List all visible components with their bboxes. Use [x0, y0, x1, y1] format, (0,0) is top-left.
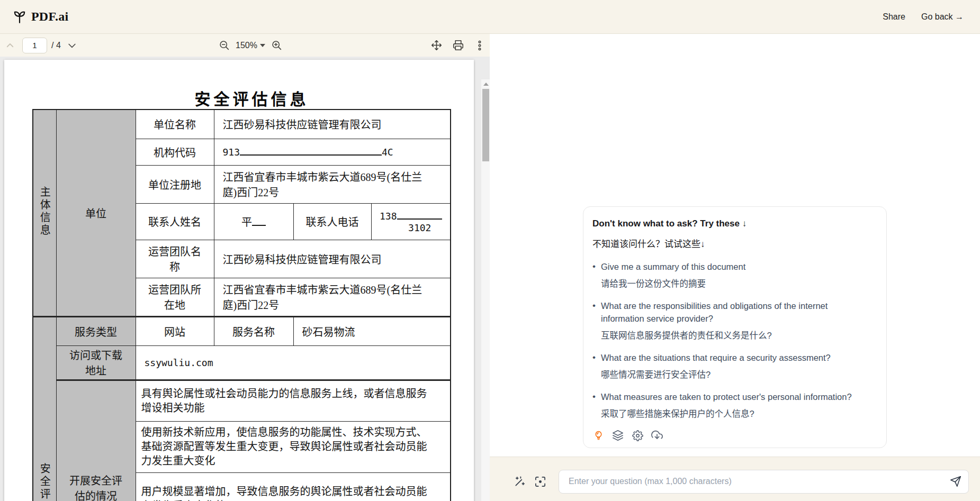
- logo-text: PDF.ai: [31, 10, 68, 24]
- service-name-value: 砂石易物流: [293, 316, 451, 345]
- unit-name-value: 江西砂易科技供应链管理有限公司: [214, 110, 451, 139]
- row-label: 运营团队所在地: [136, 278, 214, 316]
- scrollbar-up-arrow[interactable]: [483, 83, 489, 86]
- more-options-button[interactable]: [473, 39, 487, 52]
- row-label: 联系人姓名: [136, 203, 214, 240]
- registered-address-value: 江西省宜春市丰城市紫云大道689号(名仕兰庭)西门22号: [214, 165, 451, 203]
- bullet-icon: •: [592, 299, 601, 342]
- suggestions-list: • Give me a summary of this document请给我一…: [592, 260, 870, 430]
- document-table: 主体信息 单位 单位名称 江西砂易科技供应链管理有限公司 机构代码 9134C …: [32, 109, 451, 501]
- send-button[interactable]: [950, 476, 961, 487]
- assessment-situation-3: 用户规模显著增加，导致信息服务的舆论属性或者社会动员能力发生重大变化的: [136, 472, 451, 501]
- magic-wand-icon[interactable]: [513, 475, 526, 488]
- org-code-value: 9134C: [214, 139, 451, 165]
- access-address-value: ssywuliu.com: [136, 345, 451, 380]
- previous-page-button[interactable]: [3, 39, 17, 52]
- service-name-label: 服务名称: [214, 316, 293, 345]
- suggestion-item[interactable]: • Give me a summary of this document请给我一…: [592, 260, 870, 290]
- zoom-level-dropdown[interactable]: 150%: [236, 41, 265, 50]
- pdf-canvas: 安全评估信息 主体信息 单位 单位名称 江西砂易科技供应链管理有限公司 机构代码…: [0, 57, 490, 501]
- zoom-in-button[interactable]: [270, 39, 284, 52]
- chat-panel: Don't know what to ask? Try these ↓ 不知道该…: [490, 34, 980, 501]
- page-number-input[interactable]: [22, 38, 47, 53]
- share-button[interactable]: Share: [883, 12, 905, 22]
- row-label: 运营团队名称: [136, 240, 214, 278]
- lightbulb-icon[interactable]: [592, 430, 604, 441]
- row-label: 单位名称: [136, 110, 214, 139]
- document-title: 安全评估信息: [32, 86, 450, 110]
- suggestions-card: Don't know what to ask? Try these ↓ 不知道该…: [583, 206, 887, 448]
- row-label: 联系人电话: [293, 203, 371, 240]
- download-cloud-icon[interactable]: [651, 430, 663, 441]
- question-input[interactable]: [559, 470, 969, 494]
- suggestion-item[interactable]: • What are the responsibilities and obli…: [592, 299, 870, 342]
- row-label: 机构代码: [136, 139, 214, 165]
- contact-name-value: 平: [214, 203, 293, 240]
- row-label: 单位注册地: [136, 165, 214, 203]
- suggestions-header-zh: 不知道该问什么？试试这些↓: [592, 236, 870, 250]
- top-bar: PDF.ai Share Go back →: [0, 0, 980, 34]
- access-address-label: 访问或下载地址: [56, 345, 136, 380]
- caret-down-icon: [260, 44, 265, 47]
- ask-input-bar: [490, 457, 980, 501]
- scrollbar-thumb[interactable]: [482, 89, 489, 161]
- group-header-unit: 单位: [56, 110, 136, 316]
- pdf-toolbar: / 4 150%: [0, 34, 490, 57]
- pdf-page: 安全评估信息 主体信息 单位 单位名称 江西砂易科技供应链管理有限公司 机构代码…: [4, 60, 474, 501]
- layers-icon[interactable]: [612, 430, 624, 441]
- sprout-icon: [13, 10, 26, 24]
- service-type-label: 服务类型: [56, 316, 136, 345]
- assessment-situation-1: 具有舆论属性或社会动员能力的信息服务上线，或者信息服务增设相关功能: [136, 380, 451, 421]
- bullet-icon: •: [592, 351, 601, 381]
- operating-team-address-value: 江西省宜春市丰城市紫云大道689号(名仕兰庭)西门22号: [214, 278, 451, 316]
- assessment-situation-label: 开展安全评估的情况: [56, 380, 136, 501]
- pan-tool-button[interactable]: [429, 39, 443, 52]
- print-button[interactable]: [451, 39, 465, 52]
- suggestion-item[interactable]: • What measures are taken to protect use…: [592, 390, 870, 420]
- pdfai-logo[interactable]: PDF.ai: [13, 10, 68, 24]
- section-header-security-assessment: 安全评估: [33, 316, 56, 501]
- bullet-icon: •: [592, 260, 601, 290]
- go-back-button[interactable]: Go back →: [921, 12, 964, 22]
- next-page-button[interactable]: [65, 39, 79, 52]
- zoom-level-value: 150%: [236, 41, 257, 50]
- settings-icon[interactable]: [632, 430, 643, 441]
- suggestion-item[interactable]: • What are the situations that require a…: [592, 351, 870, 381]
- operating-team-name-value: 江西砂易科技供应链管理有限公司: [214, 240, 451, 278]
- assessment-situation-2: 使用新技术新应用，使信息服务的功能属性、技术实现方式、基础资源配置等发生重大变更…: [136, 421, 451, 472]
- service-type-value: 网站: [136, 316, 214, 345]
- pdf-viewer: / 4 150%: [0, 34, 490, 501]
- bullet-icon: •: [592, 390, 601, 420]
- pdf-scrollbar[interactable]: [481, 79, 490, 501]
- section-header-subject-info: 主体信息: [33, 110, 56, 316]
- suggestions-header-en: Don't know what to ask? Try these ↓: [592, 218, 870, 229]
- focus-capture-icon[interactable]: [534, 475, 546, 488]
- page-total-label: / 4: [51, 41, 61, 50]
- contact-phone-value: 138 3102: [371, 203, 451, 240]
- zoom-out-button[interactable]: [217, 39, 231, 52]
